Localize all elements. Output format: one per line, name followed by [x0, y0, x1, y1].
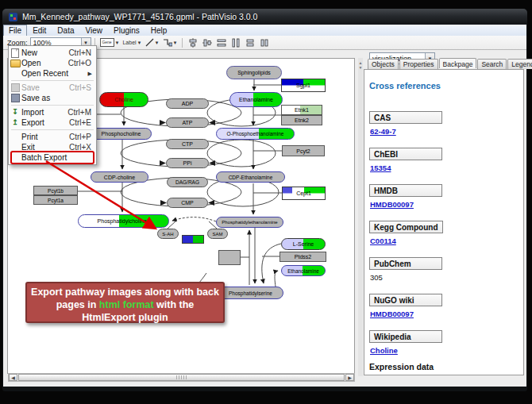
pathway-node-o-phosphoethanolamine[interactable]: O-Phosphoethanolamine	[216, 128, 295, 140]
pathway-node-pcyt1b[interactable]: Pcyt1b	[33, 186, 78, 195]
file-menu-item-print[interactable]: PrintCtrl+P	[9, 132, 96, 142]
gene-tool-button[interactable]: Gene ▼	[99, 37, 121, 48]
tab-legend[interactable]: Legend	[507, 59, 532, 69]
pathway-node-choline[interactable]: Choline	[99, 92, 148, 107]
xref-section-cas: CAS62-49-7	[369, 110, 519, 136]
menu-item-shortcut: Ctrl+S	[69, 83, 91, 92]
scrollbar-thumb[interactable]	[18, 374, 345, 381]
label-tool-button[interactable]: Label ▼	[121, 37, 142, 48]
pathway-node-phosphatidylserine[interactable]: Phosphatidylserine	[218, 287, 283, 299]
menubar-item-data[interactable]: Data	[52, 25, 79, 36]
pathway-node-ptdss2[interactable]: Ptdss2	[279, 252, 326, 262]
distribute-vertical-button[interactable]	[229, 37, 242, 48]
tab-objects[interactable]: Objects	[368, 59, 399, 69]
pathway-node-etnk2[interactable]: Etnk2	[281, 115, 322, 125]
pathway-node-ctp[interactable]: CTP	[166, 139, 209, 149]
xref-link[interactable]: Choline	[370, 346, 519, 355]
pathway-node-phosphatidylcholines[interactable]: Phosphatidylcholines	[78, 214, 169, 228]
title-bar[interactable]: Mm_Kennedy_pathway_WP1771_45176.gpml - P…	[2, 9, 527, 25]
scroll-left-arrow-icon[interactable]: ◀	[9, 374, 17, 381]
backpage-panel: Cross references CAS62-49-7ChEBI15354HMD…	[364, 69, 524, 375]
scroll-right-arrow-icon[interactable]: ▶	[345, 374, 354, 381]
menubar-item-edit[interactable]: Edit	[27, 25, 52, 36]
app-window: Mm_Kennedy_pathway_WP1771_45176.gpml - P…	[2, 9, 527, 391]
pathway-node-atp[interactable]: ATP	[166, 117, 209, 128]
xref-link[interactable]: HMDB00097	[370, 200, 519, 209]
file-menu-item-open-recent[interactable]: Open Recent▶	[9, 68, 96, 79]
tab-backpage[interactable]: Backpage	[439, 58, 477, 68]
pathway-node-ethanolamine[interactable]: Ethanolamine	[281, 265, 326, 276]
menu-item-shortcut: Ctrl+E	[69, 118, 91, 127]
expression-data-heading: Expression data	[369, 362, 519, 371]
open-folder-icon	[9, 60, 21, 67]
pathway-node-ppi[interactable]: PPi	[166, 158, 209, 168]
tab-search[interactable]: Search	[477, 59, 507, 69]
window-title: Mm_Kennedy_pathway_WP1771_45176.gpml - P…	[22, 12, 257, 21]
distribute-horizontal-button[interactable]	[215, 37, 228, 48]
connector-tool-button[interactable]: ▼	[162, 37, 179, 48]
chevron-down-icon[interactable]: ▼	[115, 40, 120, 45]
sidebar-tabs: ObjectsPropertiesBackpageSearchLegend	[368, 59, 532, 69]
xref-link[interactable]: 15354	[370, 164, 519, 172]
pathway-node-pcyt2[interactable]: Pcyt2	[282, 145, 325, 156]
menubar-item-file[interactable]: File	[3, 25, 27, 36]
xref-section-hmdb: HMDBHMDB00097	[369, 183, 519, 209]
menubar-item-help[interactable]: Help	[145, 25, 173, 36]
connector-icon	[163, 38, 172, 47]
align-middle-icon	[202, 38, 212, 48]
stack-vertical-button[interactable]	[244, 37, 256, 48]
pathway-node-ethanolamine[interactable]: Ethanolamine	[229, 92, 283, 107]
menubar-item-view[interactable]: View	[79, 25, 108, 36]
chevron-down-icon[interactable]: ▼	[137, 40, 142, 45]
pathway-node-unlabeled[interactable]	[218, 250, 241, 265]
menubar-item-plugins[interactable]: Plugins	[108, 25, 145, 36]
file-menu-item-save-as[interactable]: Save as	[9, 93, 96, 103]
stack-horizontal-button[interactable]	[258, 37, 271, 48]
file-menu-item-import[interactable]: ↧ImportCtrl+M	[9, 107, 96, 117]
panel-splitter[interactable]: ▲▼	[358, 58, 363, 376]
pathway-node-cmp[interactable]: CMP	[167, 198, 208, 208]
xref-database-header: PubChem	[369, 257, 442, 270]
export-icon: ↥	[9, 119, 21, 126]
canvas-horizontal-scrollbar[interactable]: ◀ ▶	[8, 373, 355, 382]
pathway-node-cept1[interactable]: Cept1	[282, 187, 326, 200]
pathway-node-adp[interactable]: ADP	[166, 98, 209, 109]
xref-link[interactable]: 62-49-7	[370, 127, 519, 136]
scrollbar-grip	[176, 375, 187, 379]
line-tool-button[interactable]: ▼	[145, 37, 160, 48]
xref-link[interactable]: HMDB00097	[370, 310, 519, 318]
pathway-node-dag-rag[interactable]: DAG/RAG	[167, 177, 208, 187]
pathway-node-pcyt1a[interactable]: Pcyt1a	[33, 195, 78, 205]
menu-item-shortcut: Ctrl+O	[68, 59, 91, 67]
file-menu-item-open[interactable]: OpenCtrl+O	[9, 58, 96, 68]
screenshot-root: Mm_Kennedy_pathway_WP1771_45176.gpml - P…	[0, 0, 532, 404]
xref-database-header: HMDB	[369, 184, 442, 197]
pathway-node-cdp-choline[interactable]: CDP-choline	[91, 171, 148, 183]
align-center-button[interactable]	[187, 37, 199, 48]
align-center-icon	[188, 38, 198, 48]
pathway-node-etnk1[interactable]: Etnk1	[281, 105, 322, 115]
pathway-node-sphingolipids[interactable]: Sphingolipids	[226, 66, 282, 79]
pathway-node-s-ah[interactable]: S-AH	[157, 229, 179, 239]
pathway-node-cdp-ethanolamine[interactable]: CDP-Ethanolamine	[216, 171, 285, 183]
align-middle-button[interactable]	[201, 37, 214, 48]
menu-item-label: Save	[21, 83, 40, 92]
pathway-node-phosphocholine[interactable]: Phosphocholine	[91, 128, 152, 140]
tab-properties[interactable]: Properties	[399, 59, 438, 69]
chevron-down-icon[interactable]: ▼	[173, 40, 178, 45]
pathway-node-phosphatidylethanolamine[interactable]: Phosphatidylethanolamine	[216, 217, 283, 228]
file-menu-item-new[interactable]: NewCtrl+N	[9, 48, 96, 58]
new-file-icon	[9, 48, 21, 58]
pathway-node-sgpl1[interactable]: Sgpl1	[281, 79, 326, 92]
xref-link[interactable]: C00114	[370, 237, 519, 245]
label-tool-icon: Label	[122, 40, 136, 45]
pathway-node-l-serine[interactable]: L-Serine	[281, 238, 326, 250]
chevron-down-icon[interactable]: ▼	[155, 40, 160, 45]
file-menu-item-batch-export[interactable]: Batch Export	[9, 152, 96, 163]
file-menu-item-export[interactable]: ↥ExportCtrl+E	[9, 117, 96, 128]
pathway-node-unlabeled[interactable]	[182, 235, 204, 244]
xref-section-pubchem: PubChem305	[369, 256, 519, 282]
menu-item-shortcut: Ctrl+N	[68, 48, 91, 57]
distribute-horizontal-icon	[217, 38, 226, 48]
pathway-node-sam[interactable]: SAM	[207, 229, 228, 239]
